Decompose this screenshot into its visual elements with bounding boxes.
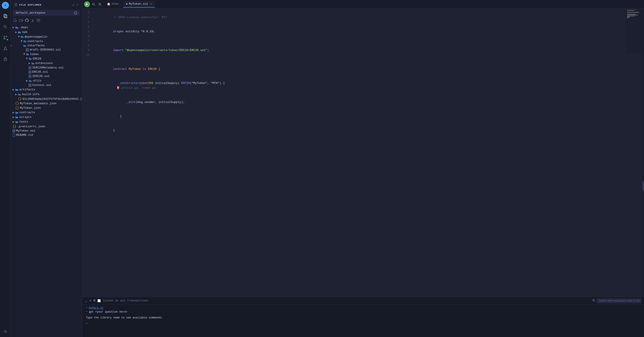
- tree-item-contracts-root[interactable]: ▶ contracts: [11, 110, 82, 115]
- git-icon[interactable]: [2, 34, 9, 41]
- help-text: Type the library name to see available c…: [86, 316, 163, 320]
- new-file-icon[interactable]: [14, 19, 17, 23]
- github-icon[interactable]: [25, 19, 28, 23]
- tree-item-ierc20meta[interactable]: IERC20Metadata.sol: [11, 66, 82, 70]
- download-icon[interactable]: [31, 19, 34, 23]
- zoom-out-button[interactable]: [91, 2, 96, 7]
- collapse-terminal-button[interactable]: ⌄: [85, 298, 87, 303]
- svg-rect-35: [13, 134, 15, 137]
- terminal-panel: ⌄ ⊘ 0 listen on all transactions • ether…: [82, 297, 644, 337]
- tree-item-draft[interactable]: draft-IERC6093.sol: [11, 48, 82, 52]
- workspace-selector[interactable]: default_workspace: [13, 10, 80, 16]
- terminal-line-help: Type the library name to see available c…: [86, 316, 640, 320]
- tree-item-interfaces[interactable]: interfaces: [11, 44, 82, 48]
- folder-icon-utils: [28, 79, 32, 82]
- menu-icon[interactable]: ☰: [14, 3, 18, 7]
- terminal-search-input[interactable]: [596, 298, 641, 303]
- zoom-in-button[interactable]: [98, 2, 102, 7]
- settings-icon[interactable]: [2, 328, 9, 335]
- svg-rect-23: [26, 49, 28, 51]
- contracts-root-label: contracts: [19, 111, 35, 114]
- editor-scrollbar[interactable]: [642, 9, 644, 297]
- tree-item-tests[interactable]: ▶ tests: [11, 120, 82, 124]
- code-line-5: [92, 57, 640, 62]
- tab-home[interactable]: 🏠 Home: [104, 1, 122, 8]
- tree-item-readme[interactable]: README.txt: [11, 133, 82, 137]
- minimap-content: [626, 9, 644, 19]
- code-line-6: contract MyToken is ERC20 {: [92, 62, 640, 76]
- forward-icon[interactable]: ›: [76, 3, 78, 7]
- prettierrc-label: .prettierrc.json: [17, 125, 45, 128]
- folder-icon-artifacts: [15, 88, 18, 91]
- check-icon[interactable]: ✓: [72, 3, 75, 7]
- svg-line-41: [100, 5, 102, 6]
- tree-item-mytoken-json[interactable]: {} MyToken.json: [11, 106, 82, 110]
- erc20-folder-label: ERC20: [33, 57, 41, 60]
- terminal-line-gpt: • gpt <your question here>: [86, 310, 640, 314]
- sol-icon-context: [28, 84, 31, 87]
- folder-icon-token: [26, 53, 29, 56]
- listen-checkbox[interactable]: [98, 299, 100, 302]
- tree-item-artifacts[interactable]: ▶ artifacts: [11, 87, 82, 92]
- tree-item-mytokensol[interactable]: MyToken.sol: [11, 129, 82, 133]
- svg-rect-2: [4, 14, 6, 17]
- tree-item-extensions[interactable]: ▶ extensions: [11, 61, 82, 66]
- tab-mytoken[interactable]: ◆ MyToken.sol ✕: [123, 1, 154, 8]
- json1-label: 01c2b054ada1942f574f3e10d9b16642.json: [22, 97, 82, 101]
- new-folder-icon[interactable]: [19, 19, 23, 23]
- erc20sol-label: ERC20.sol: [32, 70, 48, 74]
- tree-item-openzeppelin[interactable]: ▼ @openzeppelin: [11, 35, 82, 39]
- tab-close-button[interactable]: ✕: [150, 2, 152, 6]
- tree-item-token[interactable]: ▼ token: [11, 52, 82, 56]
- files-icon[interactable]: [2, 13, 9, 20]
- tree-item-contracts-oz[interactable]: ▼ contracts: [11, 39, 82, 44]
- tree-item-prettierrc[interactable]: {} .prettierrc.json: [11, 124, 82, 129]
- tree-item-json1[interactable]: {} 01c2b054ada1942f574f3e10d9b16642.json: [11, 97, 82, 101]
- sol-icon-erc20: [28, 71, 31, 74]
- editor-scroll[interactable]: 1 2 3 4 5 6 7 8 9 10 // SPDX-License-Ide…: [82, 9, 644, 297]
- folder-icon-contracts: [23, 40, 26, 43]
- folder-chevron-token: ▼: [23, 52, 25, 56]
- plugin-icon[interactable]: [2, 56, 9, 63]
- tree-item-mytoken-meta[interactable]: {} MyToken_metadata.json: [11, 101, 82, 106]
- tree-item-scripts[interactable]: ▶ scripts: [11, 115, 82, 120]
- tab-mytoken-label: MyToken.sol: [129, 2, 148, 6]
- search-activity-icon[interactable]: [2, 23, 9, 31]
- logo-icon[interactable]: [2, 2, 9, 9]
- tree-item-npm[interactable]: ▶ npm: [11, 30, 82, 35]
- deploy-icon[interactable]: [2, 45, 9, 52]
- mytokensol-label: MyToken.sol: [16, 129, 35, 132]
- tree-item-erc20-folder[interactable]: ▼ ERC20: [11, 56, 82, 61]
- code-container: 1 2 3 4 5 6 7 8 9 10 // SPDX-License-Ide…: [82, 9, 644, 297]
- folder-chevron-artifacts: ▶: [12, 88, 14, 92]
- no-listen-icon[interactable]: ⊘: [90, 299, 91, 302]
- svg-rect-25: [29, 67, 31, 69]
- sidebar-header: ☰ FILE EXPLORER ✓ ›: [11, 0, 82, 9]
- tree-item-buildinfo[interactable]: ▶ build-info: [11, 92, 82, 97]
- svg-point-7: [6, 36, 7, 37]
- sol-icon-ierc20: [28, 75, 31, 78]
- svg-point-28: [30, 72, 30, 73]
- sidebar: ☰ FILE EXPLORER ✓ › default_workspace: [11, 0, 82, 337]
- folder-icon-oz: [20, 35, 24, 38]
- json-icon-1: {}: [18, 97, 22, 101]
- publish-icon[interactable]: [37, 19, 40, 23]
- draft-label: draft-IERC6093.sol: [30, 48, 61, 52]
- tree-item-utils[interactable]: ▶ utils: [11, 78, 82, 83]
- tree-item-context[interactable]: Context.sol: [11, 83, 82, 87]
- tree-item-deps[interactable]: ▶ .deps: [11, 25, 82, 30]
- svg-point-34: [14, 130, 14, 131]
- play-button[interactable]: [84, 1, 90, 7]
- scrollbar-thumb[interactable]: [642, 181, 644, 190]
- ethers-link[interactable]: ethers.js: [89, 306, 103, 310]
- tree-item-erc20sol[interactable]: ERC20.sol: [11, 70, 82, 74]
- minimap: [626, 9, 644, 53]
- tree-item-ierc20sol[interactable]: IERC20.sol: [11, 74, 82, 78]
- code-line-1: // SPDX-License-Identifier: MIT: [92, 10, 640, 24]
- tests-label: tests: [19, 120, 28, 124]
- minimap-line-4: [627, 12, 639, 13]
- folder-chevron-scripts: ▶: [12, 115, 14, 119]
- terminal-line-prompt[interactable]: >: [86, 321, 640, 325]
- editor-area: 1 2 3 4 5 6 7 8 9 10 // SPDX-License-Ide…: [82, 9, 644, 297]
- folder-icon-erc20: [28, 57, 32, 60]
